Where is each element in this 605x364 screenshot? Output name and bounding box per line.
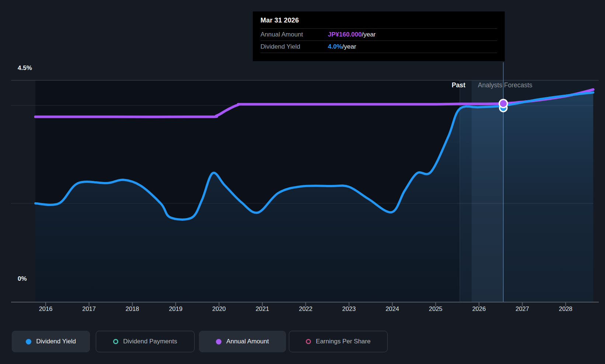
- x-axis-tick-label: 2027: [515, 305, 529, 312]
- legend-label: Annual Amount: [226, 338, 269, 345]
- tooltip-row-annual-amount: Annual Amount JP¥160.000/year: [260, 29, 497, 41]
- x-axis-tick-label: 2023: [342, 305, 356, 312]
- legend-annual-amount-button[interactable]: Annual Amount: [199, 331, 286, 352]
- x-axis-tick-label: 2016: [39, 305, 53, 312]
- tooltip-value-suffix: /year: [362, 31, 376, 38]
- marker-annual-amount[interactable]: [499, 99, 507, 108]
- x-axis-tick-label: 2028: [559, 305, 573, 312]
- tooltip-value: 4.0%: [328, 43, 342, 50]
- tooltip-label: Annual Amount: [260, 31, 328, 38]
- annual-amount-swatch-icon: [216, 339, 221, 344]
- tooltip-value: JP¥160.000: [328, 31, 362, 38]
- x-axis-tick-label: 2024: [385, 305, 399, 312]
- chart-legend: Dividend Yield Dividend Payments Annual …: [0, 331, 605, 352]
- tooltip-row-dividend-yield: Dividend Yield 4.0%/year: [260, 41, 497, 53]
- tooltip-date: Mar 31 2026: [260, 11, 497, 29]
- dividend-history-chart: Mar 31 2026 Annual Amount JP¥160.000/yea…: [0, 0, 605, 364]
- tooltip-label: Dividend Yield: [260, 43, 328, 50]
- y-axis-label-bottom: 0%: [18, 275, 27, 283]
- legend-dividend-yield-button[interactable]: Dividend Yield: [12, 331, 90, 352]
- legend-earnings-per-share-button[interactable]: Earnings Per Share: [289, 331, 388, 352]
- x-axis-tick-label: 2021: [256, 305, 269, 312]
- x-axis-tick-label: 2017: [82, 305, 96, 312]
- chart-tooltip: Mar 31 2026 Annual Amount JP¥160.000/yea…: [253, 11, 505, 61]
- earnings-per-share-swatch-icon: [306, 339, 311, 344]
- x-axis-tick-label: 2025: [429, 305, 443, 312]
- tooltip-value-suffix: /year: [342, 43, 356, 50]
- legend-dividend-payments-button[interactable]: Dividend Payments: [96, 331, 195, 352]
- dividend-payments-swatch-icon: [113, 339, 118, 344]
- x-axis-tick-label: 2019: [169, 305, 182, 312]
- legend-label: Dividend Yield: [36, 338, 76, 345]
- legend-label: Earnings Per Share: [316, 338, 370, 345]
- x-axis-tick-label: 2018: [126, 305, 139, 312]
- x-axis-tick-label: 2022: [299, 305, 312, 312]
- y-axis-label-top: 4.5%: [18, 64, 32, 72]
- legend-label: Dividend Payments: [123, 338, 177, 345]
- dividend-yield-swatch-icon: [26, 339, 31, 344]
- x-axis-tick-label: 2020: [212, 305, 226, 312]
- x-axis-tick-label: 2026: [472, 305, 486, 312]
- analysts-forecasts-label: Analysts Forecasts: [478, 81, 532, 89]
- past-label: Past: [424, 81, 465, 89]
